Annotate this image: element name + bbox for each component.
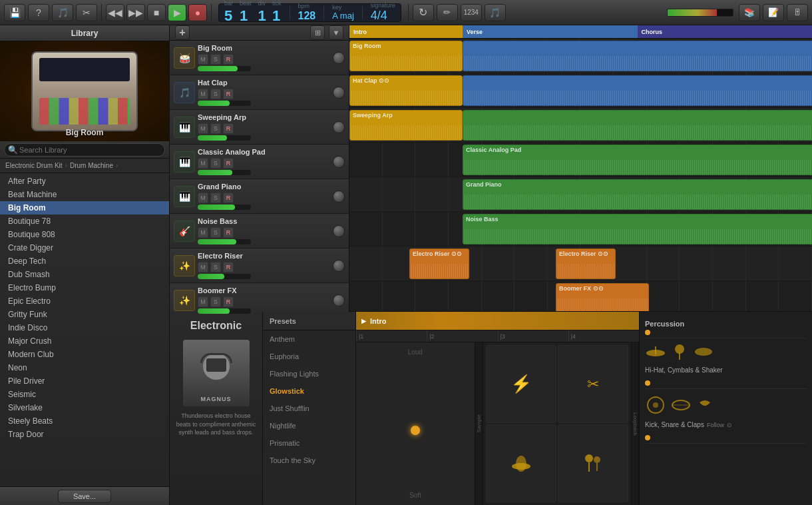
track-fader[interactable] [198, 205, 251, 210]
arrangement-block[interactable] [463, 41, 812, 71]
library-item[interactable]: Silverlake [0, 401, 169, 414]
solo-button[interactable]: S [210, 262, 221, 272]
mute-button[interactable]: M [198, 193, 208, 203]
library-item[interactable]: Dub Smash [0, 268, 169, 281]
mute-button[interactable]: M [198, 89, 208, 99]
count-in-icon[interactable]: 1234 [461, 4, 482, 21]
rewind-button[interactable]: ◀◀ [106, 4, 124, 21]
track-row[interactable]: 🎹 Sweeping Arp M S R [170, 110, 349, 145]
volume-knob[interactable] [333, 225, 345, 237]
arrangement-block[interactable]: Electro Riser ⊙⊙ [556, 249, 616, 279]
volume-knob[interactable] [333, 156, 345, 168]
mute-button[interactable]: M [198, 227, 208, 238]
arrangement-block[interactable]: Hat Clap ⊙⊙ [349, 75, 463, 106]
library-item[interactable]: Gritty Funk [0, 308, 169, 321]
breadcrumb-item2[interactable]: Drum Machine [70, 162, 113, 169]
preset-item[interactable]: Anthem [263, 330, 355, 348]
mixer-icon[interactable]: 🎚 [787, 4, 808, 21]
arrangement-block[interactable]: Noise Bass [463, 214, 812, 245]
library-item[interactable]: Neon [0, 361, 169, 374]
library-item[interactable]: Epic Electro [0, 294, 169, 308]
library-item[interactable]: After Party [0, 175, 169, 188]
preset-item[interactable]: Euphoria [263, 348, 355, 365]
arrangement-block[interactable]: Electro Riser ⊙⊙ [409, 249, 469, 279]
library-item[interactable]: Seismic [0, 388, 169, 401]
solo-button[interactable]: S [210, 227, 221, 238]
library-item[interactable]: Boutique 78 [0, 215, 169, 228]
record-arm-button[interactable]: R [223, 296, 234, 307]
volume-knob[interactable] [333, 260, 345, 272]
volume-knob[interactable] [333, 52, 345, 64]
arrangement-block[interactable]: Sweeping Arp [349, 110, 463, 141]
volume-knob[interactable] [333, 294, 345, 306]
track-fader[interactable] [198, 101, 251, 106]
arrangement-block[interactable] [463, 110, 812, 141]
search-input[interactable] [4, 143, 165, 157]
tools-icon[interactable]: ✂ [76, 4, 97, 21]
track-filter-icon[interactable]: ▼ [329, 25, 343, 40]
library-item[interactable]: Electro Bump [0, 281, 169, 294]
record-arm-button[interactable]: R [223, 193, 234, 203]
add-track-button[interactable]: + [175, 25, 190, 40]
play-button[interactable]: ▶ [168, 4, 186, 21]
solo-button[interactable]: S [210, 89, 221, 99]
record-button[interactable]: ● [188, 4, 207, 21]
library-item[interactable]: Beat Machine [0, 188, 169, 201]
library-icon[interactable]: 📚 [739, 4, 760, 21]
preset-item[interactable]: Prismatic [263, 434, 355, 452]
record-arm-button[interactable]: R [223, 158, 234, 169]
pad-maracas[interactable] [558, 424, 628, 502]
volume-knob[interactable] [333, 121, 345, 133]
solo-button[interactable]: S [210, 158, 221, 169]
help-icon[interactable]: ? [28, 4, 49, 21]
save-button[interactable]: Save... [58, 490, 111, 503]
record-arm-button[interactable]: R [223, 54, 234, 65]
track-fader[interactable] [198, 308, 251, 314]
preset-item[interactable]: Touch the Sky [263, 452, 355, 469]
library-item[interactable]: Deep Tech [0, 254, 169, 268]
solo-button[interactable]: S [210, 296, 221, 307]
midi-icon[interactable]: 🎵 [52, 4, 73, 21]
track-row[interactable]: 🎸 Noise Bass M S R [170, 214, 349, 249]
mute-button[interactable]: M [198, 262, 208, 272]
library-item[interactable]: Pile Driver [0, 374, 169, 388]
file-icon[interactable]: 💾 [4, 4, 25, 21]
record-arm-button[interactable]: R [223, 262, 234, 272]
mute-button[interactable]: M [198, 296, 208, 307]
mute-button[interactable]: M [198, 123, 208, 134]
track-fader[interactable] [198, 135, 251, 141]
library-item[interactable]: Crate Digger [0, 241, 169, 254]
volume-knob[interactable] [333, 191, 345, 203]
fast-forward-button[interactable]: ▶▶ [126, 4, 145, 21]
record-arm-button[interactable]: R [223, 227, 234, 238]
track-fader[interactable] [198, 274, 251, 279]
library-item[interactable]: Major Crush [0, 334, 169, 348]
pad-hat[interactable] [486, 424, 556, 502]
solo-button[interactable]: S [210, 193, 221, 203]
track-row[interactable]: 🎹 Grand Piano M S R [170, 179, 349, 214]
pad-scissors[interactable]: ✂ [558, 345, 628, 423]
library-item[interactable]: Boutique 808 [0, 228, 169, 241]
track-row[interactable]: ✨ Electro Riser M S R [170, 249, 349, 283]
track-fader[interactable] [198, 66, 251, 71]
track-row[interactable]: 🎵 Hat Clap M S R [170, 75, 349, 110]
arrangement-block[interactable]: Grand Piano [463, 179, 812, 210]
mute-button[interactable]: M [198, 54, 208, 65]
stop-button[interactable]: ■ [147, 4, 166, 21]
breadcrumb-item1[interactable]: Electronic Drum Kit [5, 162, 63, 169]
preset-item[interactable]: Just Shufflin [263, 400, 355, 417]
preset-item[interactable]: Nightlife [263, 417, 355, 434]
arrangement-block[interactable]: Boomer FX ⊙⊙ [556, 283, 649, 311]
record-arm-button[interactable]: R [223, 123, 234, 134]
editor-icon[interactable]: 📝 [763, 4, 784, 21]
solo-button[interactable]: S [210, 123, 221, 134]
record-arm-button[interactable]: R [223, 89, 234, 99]
arrangement-block[interactable] [463, 75, 812, 106]
arrangement-block[interactable]: Big Room [349, 41, 463, 71]
track-row[interactable]: 🎹 Classic Analog Pad M S R [170, 145, 349, 179]
library-item[interactable]: Indie Disco [0, 321, 169, 334]
mute-button[interactable]: M [198, 158, 208, 169]
library-item[interactable]: Steely Beats [0, 414, 169, 428]
library-item[interactable]: Trap Door [0, 428, 169, 441]
sync-icon[interactable]: ↻ [413, 4, 434, 21]
